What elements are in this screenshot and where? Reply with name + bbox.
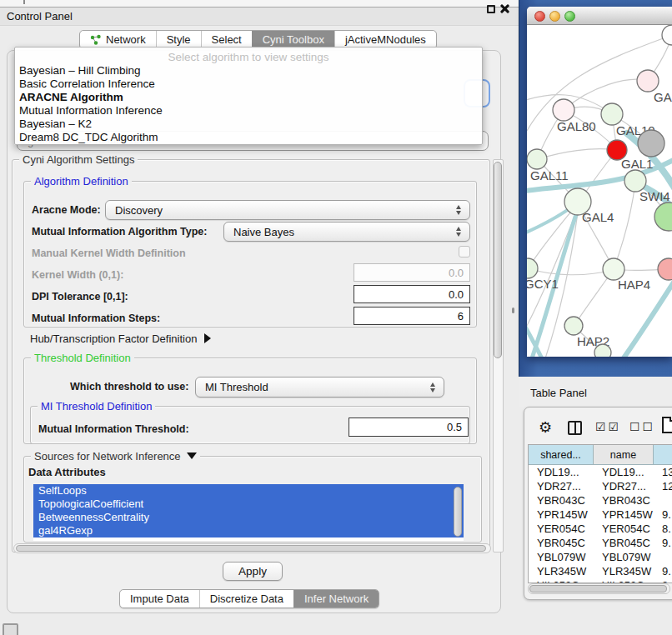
tab-select[interactable]: Select — [201, 31, 252, 48]
zoom-traffic-light-icon[interactable] — [564, 11, 575, 22]
table-row[interactable]: YBL079WYBL079W — [529, 550, 672, 564]
network-node-gal[interactable] — [637, 70, 659, 92]
table-row[interactable]: YBR045CYBR045C9. — [529, 536, 672, 550]
data-attributes-label: Data Attributes — [28, 466, 106, 478]
table-row[interactable]: YLR345WYLR345W9. — [529, 564, 672, 578]
attribute-item[interactable]: gal4RGexp — [33, 524, 464, 538]
algorithm-option[interactable]: Bayesian – Hill Climbing — [15, 64, 482, 78]
mi-type-label: Mutual Information Algorithm Type: — [32, 226, 207, 238]
node-label: GAL11 — [530, 168, 569, 182]
table-panel-header: Table Panel — [519, 377, 672, 407]
network-canvas[interactable]: GALGAL80GAL10GAL1GAL11SWI4GAL4GCY1HAP4YH… — [527, 25, 672, 357]
attribute-item[interactable]: BetweennessCentrality — [33, 511, 464, 524]
data-attributes-list[interactable]: SelfLoopsTopologicalCoefficientBetweenne… — [33, 484, 464, 541]
split-columns-icon[interactable] — [568, 421, 582, 435]
which-threshold-label: Which threshold to use: — [70, 381, 188, 392]
algorithm-option[interactable]: Bayesian – K2 — [15, 118, 482, 131]
which-threshold-combo[interactable]: MI Threshold — [195, 377, 444, 398]
network-edge[interactable] — [614, 182, 635, 269]
apply-label: Apply — [238, 565, 267, 578]
network-node[interactable] — [662, 25, 672, 45]
table-cell — [654, 493, 672, 508]
table-row[interactable]: YPR145WYPR145W9. — [529, 508, 672, 522]
table-row[interactable]: YDL19...YDL19...13 — [529, 465, 672, 479]
table-row[interactable]: YER054CYER054C8. — [529, 522, 672, 536]
tab-impute-data[interactable]: Impute Data — [120, 590, 199, 608]
network-edge[interactable] — [529, 268, 613, 275]
group-title: Threshold Definition — [31, 352, 134, 364]
tab-network[interactable]: Network — [80, 31, 156, 48]
algorithm-option[interactable]: ARACNE Algorithm — [15, 91, 482, 104]
network-node-y[interactable] — [658, 258, 672, 280]
network-node[interactable] — [638, 130, 664, 157]
mi-steps-label: Mutual Information Steps: — [32, 312, 160, 324]
settings-hscrollbar-thumb[interactable] — [16, 545, 486, 552]
network-node-gal10[interactable] — [601, 103, 623, 125]
minimize-traffic-light-icon[interactable] — [549, 11, 560, 22]
tab-infer-network[interactable]: Infer Network — [293, 590, 379, 608]
network-node[interactable] — [594, 344, 611, 357]
algorithm-option[interactable]: Basic Correlation Inference — [15, 78, 482, 91]
tab-jactivemnodules[interactable]: jActiveMNodules — [334, 31, 436, 48]
algorithm-option[interactable]: Mutual Information Inference — [15, 104, 482, 118]
tab-cyni-toolbox[interactable]: Cyni Toolbox — [252, 31, 334, 48]
tab-discretize-data[interactable]: Discretize Data — [199, 590, 293, 608]
close-traffic-light-icon[interactable] — [534, 11, 545, 22]
manual-kernel-checkbox[interactable] — [459, 246, 470, 258]
file-icon[interactable] — [662, 417, 672, 433]
list-scrollbar-thumb[interactable] — [454, 487, 462, 537]
table-cell: 13 — [654, 465, 672, 479]
mi-steps-field[interactable]: 6 — [354, 307, 470, 325]
algorithm-option[interactable]: Dream8 DC_TDC Algorithm — [15, 131, 482, 144]
network-node-hap2[interactable] — [564, 317, 583, 335]
table-cell: YDR27... — [529, 479, 594, 493]
sources-toggle[interactable]: Sources for Network Inference — [31, 450, 200, 462]
column-header-shared[interactable]: shared... — [529, 445, 594, 465]
network-window-titlebar[interactable] — [527, 7, 672, 25]
tab-label: Style — [167, 33, 191, 46]
which-threshold-value: MI Threshold — [205, 381, 268, 393]
table-hscrollbar-thumb[interactable] — [529, 585, 667, 592]
gear-icon[interactable]: ⚙ — [539, 418, 552, 437]
network-window: GALGAL80GAL10GAL1GAL11SWI4GAL4GCY1HAP4YH… — [527, 7, 672, 357]
table-cell: YBR045C — [594, 536, 654, 550]
manual-kernel-label: Manual Kernel Width Definition — [32, 248, 186, 259]
node-table: shared...nameA YDL19...YDL19...13YDR27..… — [528, 444, 672, 583]
attribute-item[interactable]: TopologicalCoefficient — [33, 498, 464, 511]
kernel-width-field[interactable]: 0.0 — [354, 263, 470, 282]
panel-divider-handle[interactable] — [512, 308, 514, 313]
table-cell — [654, 550, 672, 564]
column-header-A[interactable]: A — [654, 445, 672, 465]
mi-type-combo[interactable]: Naive Bayes — [223, 222, 470, 242]
table-cell: YER054C — [594, 522, 654, 536]
aracne-mode-combo[interactable]: Discovery — [105, 200, 470, 220]
tab-label: jActiveMNodules — [345, 33, 426, 46]
network-node-gal80[interactable] — [553, 99, 574, 121]
checked-boxes-icon[interactable]: ☑☑ — [595, 420, 621, 433]
network-node-gal11[interactable] — [527, 149, 547, 169]
unchecked-boxes-icon[interactable]: ☐☐ — [629, 420, 655, 433]
network-node[interactable] — [654, 202, 672, 231]
palette-icon[interactable] — [3, 623, 18, 635]
column-header-name[interactable]: name — [594, 445, 654, 465]
collapsed-arrow-icon — [204, 333, 211, 343]
table-row[interactable]: YDR27...YDR27...12 — [529, 479, 672, 493]
network-edge[interactable] — [538, 149, 616, 159]
hub-definition-toggle[interactable]: Hub/Transcription Factor Definition — [30, 332, 211, 345]
float-window-icon[interactable] — [487, 5, 495, 13]
attribute-item[interactable]: SelfLoops — [33, 484, 464, 498]
settings-scrollbar-thumb[interactable] — [494, 162, 502, 358]
table-cell: YBR045C — [529, 536, 594, 550]
table-cell: YDL19... — [594, 465, 654, 479]
table-cell: 9. — [654, 564, 672, 578]
cyni-mode-tabs: Impute DataDiscretize DataInfer Network — [119, 589, 379, 608]
dpi-tolerance-field[interactable]: 0.0 — [354, 285, 470, 303]
tab-style[interactable]: Style — [156, 31, 201, 48]
table-cell: 9. — [654, 508, 672, 522]
mi-threshold-field[interactable]: 0.5 — [349, 418, 469, 437]
table-row[interactable]: YBR043CYBR043C — [529, 493, 672, 508]
network-node-gcy1[interactable] — [527, 258, 538, 278]
table-cell: YPR145W — [529, 508, 594, 522]
close-icon[interactable] — [499, 3, 510, 14]
apply-button[interactable]: Apply — [223, 562, 283, 581]
